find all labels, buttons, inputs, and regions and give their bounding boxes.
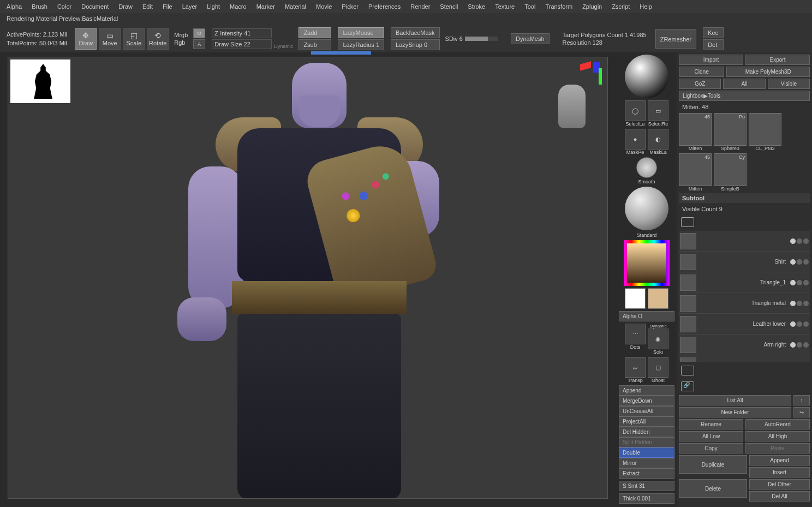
axis-gizmo[interactable]	[580, 63, 602, 85]
paint-toggle[interactable]	[797, 301, 802, 306]
insert-button[interactable]: Insert	[749, 467, 810, 478]
mesh-toggle[interactable]	[803, 342, 809, 348]
menu-stencil[interactable]: Stencil	[440, 3, 458, 10]
menu-alpha[interactable]: Alpha	[7, 3, 22, 10]
menu-light[interactable]: Light	[207, 3, 220, 10]
tool-thumb-mitten[interactable]: 45	[679, 153, 712, 186]
material-preview-sphere[interactable]	[625, 55, 668, 98]
paint-toggle[interactable]	[797, 321, 802, 327]
lazyradius-slider[interactable]: LazyRadius 1	[338, 39, 384, 50]
autoreorder-button[interactable]: AutoReord	[745, 419, 810, 430]
subtool-item[interactable]: Triangle metal	[679, 293, 810, 314]
folder-icon[interactable]	[681, 217, 694, 227]
clone-button[interactable]: Clone	[679, 67, 724, 77]
menu-brush[interactable]: Brush	[32, 3, 47, 10]
projectall-button[interactable]: ProjectAll	[619, 416, 674, 427]
lazysnap-slider[interactable]: LazySnap 0	[391, 39, 440, 50]
menu-material[interactable]: Material	[285, 3, 306, 10]
menu-tool[interactable]: Tool	[524, 3, 535, 10]
visibility-toggle[interactable]	[790, 321, 796, 327]
paint-toggle[interactable]	[797, 280, 802, 285]
folder-link-icon[interactable]: 🔗	[681, 381, 694, 391]
color-picker[interactable]	[624, 240, 670, 286]
list-all-button[interactable]: List All	[679, 395, 791, 405]
select-rect-button[interactable]: ▭	[648, 100, 668, 121]
visibility-toggle[interactable]	[790, 259, 796, 265]
visibility-toggle[interactable]	[790, 342, 796, 348]
menu-render[interactable]: Render	[410, 3, 430, 10]
new-folder-button[interactable]: New Folder	[679, 407, 791, 417]
alpha-button[interactable]: Alpha O	[619, 311, 674, 321]
z-intensity-slider[interactable]: Z Intensity 41	[212, 28, 272, 38]
tool-thumb-cl_pm3[interactable]	[749, 113, 781, 146]
tool-thumb-simpleb[interactable]: Cy	[714, 153, 747, 186]
menu-file[interactable]: File	[163, 3, 172, 10]
subtool-item[interactable]: Triangle_1	[679, 272, 810, 293]
uncreaseall-button[interactable]: UnCreaseAll	[619, 406, 674, 416]
split-hidden-button[interactable]: Split Hidden	[619, 437, 674, 448]
menu-edit[interactable]: Edit	[142, 3, 153, 10]
select-lasso-button[interactable]: ◯	[625, 100, 646, 121]
paint-toggle[interactable]	[797, 342, 802, 348]
subtool-item[interactable]	[679, 231, 810, 252]
append-button[interactable]: Append	[749, 455, 810, 466]
export-button[interactable]: Export	[745, 55, 810, 65]
menu-draw[interactable]: Draw	[118, 3, 133, 10]
folder-icon[interactable]	[681, 366, 694, 375]
visibility-toggle[interactable]	[790, 301, 796, 306]
lazymouse-button[interactable]: LazyMouse	[338, 27, 384, 38]
extract-button[interactable]: Extract	[619, 468, 674, 479]
ghost-button[interactable]: ▢	[648, 357, 668, 378]
menu-color[interactable]: Color	[57, 3, 71, 10]
mesh-toggle[interactable]	[803, 238, 809, 244]
move-arrow-button[interactable]: ↪	[793, 407, 810, 417]
sdiv-slider[interactable]	[465, 37, 498, 41]
a-mode-button[interactable]: A	[193, 39, 205, 49]
goz-button[interactable]: GoZ	[679, 79, 721, 89]
menu-movie[interactable]: Movie	[316, 3, 332, 10]
stroke-dots-button[interactable]: ⋯	[625, 324, 646, 344]
lightbox-tools-button[interactable]: Lightbox▶Tools	[679, 91, 810, 101]
tool-thumb-sphere3[interactable]: Po	[714, 113, 747, 146]
mesh-toggle[interactable]	[803, 301, 809, 306]
zsub-button[interactable]: Zsub	[298, 39, 331, 50]
menu-macro[interactable]: Macro	[230, 3, 247, 10]
paste-button[interactable]: Paste	[745, 443, 810, 454]
scale-tool-button[interactable]: ◰Scale	[123, 28, 145, 50]
smooth-brush-button[interactable]	[636, 157, 657, 178]
mirror-button[interactable]: Mirror	[619, 458, 674, 468]
viewport-canvas[interactable]	[8, 57, 608, 499]
menu-document[interactable]: Document	[81, 3, 109, 10]
secondary-color-swatch[interactable]	[625, 288, 646, 309]
subtool-item[interactable]: Shirt	[679, 252, 810, 272]
tool-thumb-mitten[interactable]: 45	[679, 113, 712, 146]
goz-all-button[interactable]: All	[723, 79, 765, 89]
visibility-toggle[interactable]	[790, 280, 796, 285]
zadd-button[interactable]: Zadd	[298, 27, 331, 38]
move-tool-button[interactable]: ▭Move	[99, 28, 121, 50]
visibility-toggle[interactable]	[790, 238, 796, 244]
subtool-item[interactable]: Leather lower	[679, 314, 810, 335]
make-polymesh-button[interactable]: Make PolyMesh3D	[726, 67, 810, 77]
mask-pen-button[interactable]: ●	[625, 129, 646, 150]
active-brush-preview[interactable]	[625, 187, 668, 230]
m-mode-button[interactable]: M	[193, 28, 205, 38]
mask-lasso-button[interactable]: ◐	[648, 129, 668, 150]
mergedown-button[interactable]: MergeDown	[619, 396, 674, 406]
subtool-item[interactable]: Arm left	[679, 355, 810, 362]
delete-button[interactable]: Delete	[679, 479, 747, 498]
all-low-button[interactable]: All Low	[679, 431, 743, 442]
det-button[interactable]: Det	[703, 39, 724, 50]
backfacemask-button[interactable]: BackfaceMask	[391, 27, 440, 38]
menu-zplugin[interactable]: Zplugin	[582, 3, 602, 10]
thick-slider[interactable]: Thick 0.001	[619, 493, 674, 504]
subtool-item[interactable]: Arm right	[679, 335, 810, 355]
duplicate-button[interactable]: Duplicate	[679, 455, 747, 474]
paint-toggle[interactable]	[797, 259, 802, 265]
draw-tool-button[interactable]: ✥Draw	[75, 28, 97, 50]
primary-color-swatch[interactable]	[648, 288, 668, 309]
menu-help[interactable]: Help	[640, 3, 652, 10]
paint-toggle[interactable]	[797, 238, 802, 244]
menu-texture[interactable]: Texture	[495, 3, 515, 10]
s-smt-slider[interactable]: S Smt 31	[619, 481, 674, 491]
